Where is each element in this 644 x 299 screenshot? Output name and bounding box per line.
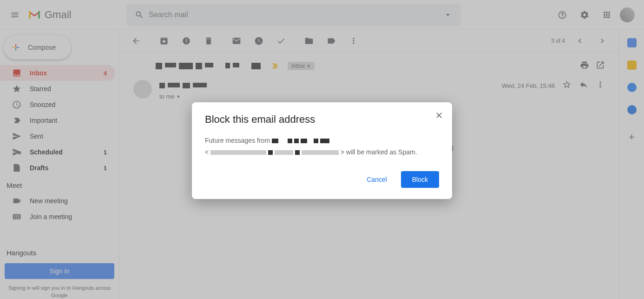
dialog-close-button[interactable] [434, 111, 444, 122]
modal-overlay: Block this email address Future messages… [0, 0, 644, 299]
cancel-button[interactable]: Cancel [356, 171, 397, 188]
block-email-dialog: Block this email address Future messages… [192, 102, 452, 199]
dialog-body: Future messages from < > will be marked … [205, 135, 439, 158]
dialog-title: Block this email address [205, 113, 439, 126]
close-icon [434, 111, 444, 120]
redacted-sender-name [272, 139, 329, 143]
block-button[interactable]: Block [401, 171, 439, 188]
redacted-email [210, 150, 339, 155]
